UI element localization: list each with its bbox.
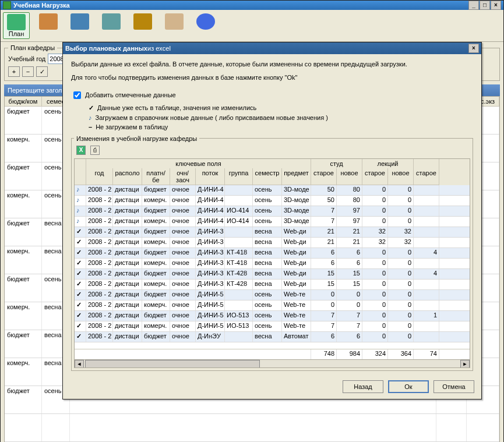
note-icon — [76, 217, 80, 224]
check-icon — [76, 291, 82, 298]
col-budget[interactable]: бюдж/ком — [5, 97, 42, 106]
minimize-button[interactable]: _ — [468, 1, 479, 10]
help-icon — [196, 13, 215, 30]
grid-h-scrollbar[interactable]: ◄ ► — [75, 359, 470, 367]
year-label: Учебный год — [8, 55, 45, 62]
toolbar-db[interactable] — [161, 12, 187, 39]
changes-fieldset: Изменения в учебной нагрузке кафедры X ⎙… — [71, 135, 473, 371]
people-icon — [39, 13, 58, 30]
add-marked-input[interactable] — [73, 91, 81, 99]
pie-icon — [71, 13, 89, 30]
check-icon — [76, 270, 82, 277]
main-toolbar: План — [1, 10, 503, 42]
table-row[interactable]: 2008 - 2дистацикомерч.очноеД-ИНИ-4ИО-414… — [75, 217, 470, 227]
changes-grid: ключевые поля студ лекций год располо пл… — [74, 158, 470, 368]
legend-skip: Не загружаем в таблицу — [89, 123, 473, 130]
dialog-titlebar: Выбор плановых данных из excel × — [63, 43, 481, 54]
check-icon — [76, 249, 82, 256]
toolbar-chart[interactable] — [67, 12, 93, 39]
dialog-text-1: Выбрали данные из excel файла. В отчете … — [71, 60, 473, 69]
add-marked-label: Добавить отмеченные данные — [85, 91, 176, 98]
check-icon — [76, 259, 82, 266]
note-icon — [76, 207, 80, 214]
col-old1[interactable]: старое — [311, 168, 337, 185]
col-year[interactable]: год — [86, 168, 113, 185]
main-window: Учебная Нагрузка _ □ × План План кафедры… — [0, 0, 504, 442]
col-old3[interactable]: старое — [414, 168, 439, 185]
col-subj[interactable]: предмет — [282, 168, 311, 185]
col-platn[interactable]: платн/бе — [142, 168, 170, 185]
col-old2[interactable]: старое — [362, 168, 388, 185]
confirm-button[interactable]: ✓ — [36, 66, 48, 77]
plan-icon — [7, 14, 26, 30]
app-icon — [3, 1, 11, 9]
toolbar-people[interactable] — [36, 12, 61, 39]
table-row[interactable]: 2008 - 2дистацикомерч.очноеД-ИНИ-5ИО-513… — [75, 321, 470, 332]
check-icon — [76, 312, 82, 319]
note-icon — [76, 186, 80, 193]
ok-button[interactable]: Ок — [388, 380, 429, 393]
back-button[interactable]: Назад — [343, 380, 383, 393]
cancel-button[interactable]: Отмена — [433, 380, 474, 393]
legend-exists: Данные уже есть в таблице, значения не и… — [89, 104, 473, 112]
main-titlebar: Учебная Нагрузка _ □ × — [1, 1, 503, 10]
table-row[interactable]: 2008 - 2дистацибюджеточноеД-ИНИ-4осень3D… — [75, 185, 470, 196]
toolbar-search[interactable] — [130, 12, 156, 39]
calendar-icon — [102, 13, 121, 30]
import-dialog: Выбор плановых данных из excel × Выбрали… — [62, 42, 482, 399]
search-icon — [133, 13, 152, 30]
col-ochn[interactable]: очн/заоч — [170, 168, 196, 185]
table-row[interactable]: 2008 - 2дистацибюджеточноеД-ИНИ-4ИО-414о… — [75, 206, 470, 217]
grid-body: 2008 - 2дистацибюджеточноеД-ИНИ-4осень3D… — [75, 185, 470, 349]
table-row[interactable]: 2008 - 2дистацибюджеточноеД-ИНИ-3КТ-418в… — [75, 248, 470, 259]
col-potok[interactable]: поток — [196, 168, 225, 185]
table-row[interactable] — [5, 414, 499, 442]
table-row[interactable]: 2008 - 2дистацибюджеточноеД-ИНИ-3КТ-428в… — [75, 269, 470, 280]
add-marked-checkbox[interactable]: Добавить отмеченные данные — [71, 90, 473, 101]
maximize-button[interactable]: □ — [480, 1, 490, 10]
legend-load: Загружаем в справочник новые данные ( ли… — [89, 114, 473, 121]
note-icon — [76, 196, 80, 203]
group-stud[interactable]: студ — [311, 159, 362, 168]
table-row[interactable]: 2008 - 2дистацикомерч.очноеД-ИНИ-3веснаW… — [75, 238, 470, 248]
excel-icon[interactable]: X — [76, 146, 86, 155]
check-icon — [76, 228, 82, 235]
table-row[interactable]: 2008 - 2дистацибюджеточноеД-ИНИ-5осеньWe… — [75, 290, 470, 300]
col-new1[interactable]: новое — [337, 168, 362, 185]
database-icon — [165, 13, 184, 30]
col-new2[interactable]: новое — [388, 168, 414, 185]
table-row[interactable]: 2008 - 2дистацибюджеточноеД-ИнЭУвеснаАвт… — [75, 332, 470, 342]
add-button[interactable]: + — [8, 66, 20, 77]
grid-footer: 74898432436474 — [75, 349, 470, 359]
app-title: Учебная Нагрузка — [13, 2, 70, 9]
toolbar-calendar[interactable] — [98, 12, 124, 39]
grid-scroll-right[interactable]: ► — [460, 360, 470, 368]
note-icon — [89, 114, 92, 121]
dialog-close-button[interactable]: × — [468, 44, 479, 53]
dialog-title-b: из excel — [147, 45, 171, 52]
table-row[interactable]: 2008 - 2дистацибюджеточноеД-ИНИ-3веснаWe… — [75, 227, 470, 238]
table-row[interactable]: 2008 - 2дистацикомерч.очноеД-ИНИ-4осень3… — [75, 196, 470, 206]
col-sem[interactable]: семестр — [253, 168, 282, 185]
check-icon — [76, 238, 82, 245]
check-icon — [76, 333, 82, 340]
remove-button[interactable]: − — [22, 66, 34, 77]
close-button[interactable]: × — [491, 1, 501, 10]
grid-scroll-left[interactable]: ◄ — [75, 360, 84, 368]
col-raspol[interactable]: располо — [113, 168, 142, 185]
group-lek[interactable]: лекций — [362, 159, 414, 168]
group-key[interactable]: ключевые поля — [86, 159, 311, 168]
toolbar-plan[interactable]: План — [3, 12, 30, 39]
check-icon — [76, 322, 82, 329]
table-row[interactable]: 2008 - 2дистацикомерч.очноеД-ИНИ-3КТ-428… — [75, 280, 470, 290]
dash-icon — [89, 123, 92, 130]
col-group[interactable]: группа — [225, 168, 253, 185]
table-row[interactable]: 2008 - 2дистацикомерч.очноеД-ИНИ-5осеньW… — [75, 300, 470, 311]
toolbar-plan-label: План — [9, 30, 24, 37]
check-icon — [76, 280, 82, 287]
grid-scroll-thumb[interactable] — [85, 360, 260, 368]
toolbar-help[interactable] — [193, 12, 218, 39]
table-row[interactable]: 2008 - 2дистацибюджеточноеД-ИНИ-5ИО-513о… — [75, 311, 470, 321]
print-icon[interactable]: ⎙ — [90, 146, 100, 155]
table-row[interactable]: 2008 - 2дистацикомерч.очноеД-ИНИ-3КТ-418… — [75, 259, 470, 269]
